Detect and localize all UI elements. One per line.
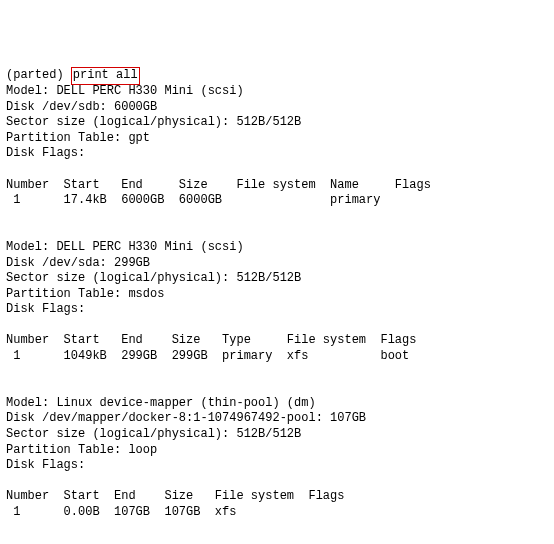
parted-prompt: (parted) [6,68,71,82]
cmd-print-all: print all [71,67,140,85]
d3-sector: Sector size (logical/physical): 512B/512… [6,427,301,441]
d2-model: Model: DELL PERC H330 Mini (scsi) [6,240,244,254]
d1-sector: Sector size (logical/physical): 512B/512… [6,115,301,129]
d2-sector: Sector size (logical/physical): 512B/512… [6,271,301,285]
d3-row: 1 0.00B 107GB 107GB xfs [6,505,236,519]
d3-hdr: Number Start End Size File system Flags [6,489,344,503]
d1-ptable: Partition Table: gpt [6,131,150,145]
d3-model: Model: Linux device-mapper (thin-pool) (… [6,396,316,410]
d3-disk: Disk /dev/mapper/docker-8:1-1074967492-p… [6,411,366,425]
d1-model: Model: DELL PERC H330 Mini (scsi) [6,84,244,98]
d3-ptable: Partition Table: loop [6,443,157,457]
d2-flags: Disk Flags: [6,302,85,316]
d1-flags: Disk Flags: [6,146,85,160]
d2-disk: Disk /dev/sda: 299GB [6,256,150,270]
d1-hdr: Number Start End Size File system Name F… [6,178,431,192]
d1-row: 1 17.4kB 6000GB 6000GB primary [6,193,380,207]
d2-ptable: Partition Table: msdos [6,287,164,301]
d2-hdr: Number Start End Size Type File system F… [6,333,416,347]
d3-flags: Disk Flags: [6,458,85,472]
d1-disk: Disk /dev/sdb: 6000GB [6,100,157,114]
d2-row: 1 1049kB 299GB 299GB primary xfs boot [6,349,409,363]
